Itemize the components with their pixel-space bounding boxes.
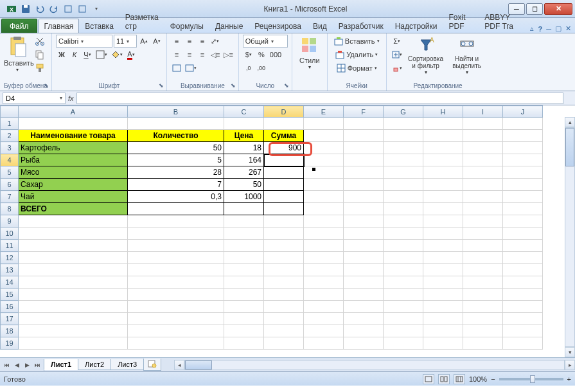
- cell[interactable]: [224, 240, 264, 252]
- cell[interactable]: [384, 179, 423, 191]
- cell[interactable]: [224, 252, 264, 264]
- cell[interactable]: 50: [128, 142, 224, 154]
- cell[interactable]: [304, 191, 344, 203]
- spreadsheet-grid[interactable]: ABCDEFGHIJ12Наименование товараКоличеств…: [0, 105, 543, 350]
- zoom-slider[interactable]: [499, 378, 563, 380]
- new-sheet-icon[interactable]: [143, 359, 161, 371]
- column-header[interactable]: F: [344, 106, 384, 118]
- cell[interactable]: [19, 264, 128, 276]
- row-header[interactable]: 11: [1, 240, 19, 252]
- cell[interactable]: [503, 154, 543, 166]
- cell[interactable]: [128, 203, 224, 215]
- name-box[interactable]: D4▾: [3, 93, 66, 104]
- insert-cells-button[interactable]: Вставить ▾: [332, 35, 382, 48]
- scroll-left-icon[interactable]: ◂: [174, 360, 184, 370]
- cell[interactable]: [264, 252, 304, 264]
- cell[interactable]: [384, 118, 423, 130]
- cell[interactable]: [344, 166, 384, 179]
- cell[interactable]: [384, 166, 423, 179]
- cell[interactable]: [304, 252, 344, 264]
- cell[interactable]: [384, 215, 423, 227]
- cell[interactable]: [503, 227, 543, 240]
- cell[interactable]: [463, 252, 503, 264]
- cell[interactable]: [224, 203, 264, 215]
- cell[interactable]: [384, 203, 423, 215]
- number-format-combo[interactable]: Общий▾: [243, 35, 288, 48]
- cell[interactable]: 5: [128, 154, 224, 166]
- cell[interactable]: [304, 166, 344, 179]
- qat-btn[interactable]: [62, 3, 75, 15]
- cell[interactable]: [423, 130, 463, 142]
- cell[interactable]: Сумма: [264, 130, 304, 142]
- column-header[interactable]: C: [224, 106, 264, 118]
- cell[interactable]: [304, 276, 344, 289]
- tab-view[interactable]: Вид: [307, 19, 333, 33]
- prev-sheet-icon[interactable]: ◀: [12, 359, 22, 371]
- cell[interactable]: [224, 264, 264, 276]
- cell[interactable]: [224, 227, 264, 240]
- cell[interactable]: [344, 142, 384, 154]
- cell[interactable]: [423, 301, 463, 313]
- cell[interactable]: [304, 179, 344, 191]
- delete-cells-button[interactable]: Удалить ▾: [332, 48, 382, 61]
- row-header[interactable]: 1: [1, 118, 19, 130]
- cell[interactable]: [384, 154, 423, 166]
- cell[interactable]: [344, 130, 384, 142]
- row-header[interactable]: 13: [1, 264, 19, 276]
- row-header[interactable]: 17: [1, 313, 19, 325]
- cell[interactable]: [304, 154, 344, 166]
- cell[interactable]: [503, 179, 543, 191]
- horizontal-scrollbar[interactable]: ◂ ▸: [174, 360, 575, 370]
- cell[interactable]: [128, 337, 224, 350]
- normal-view-icon[interactable]: [423, 374, 434, 384]
- cell[interactable]: [423, 264, 463, 276]
- percent-icon[interactable]: %: [256, 48, 267, 61]
- doc-restore-icon[interactable]: ▢: [555, 24, 562, 33]
- row-header[interactable]: 15: [1, 289, 19, 301]
- cell[interactable]: [224, 313, 264, 325]
- italic-button[interactable]: К: [69, 48, 80, 61]
- cell[interactable]: [503, 166, 543, 179]
- cell[interactable]: [423, 179, 463, 191]
- cell[interactable]: [128, 325, 224, 337]
- cell[interactable]: [384, 337, 423, 350]
- format-cells-button[interactable]: Формат ▾: [332, 62, 382, 75]
- cell[interactable]: [423, 142, 463, 154]
- cell[interactable]: [503, 289, 543, 301]
- cell[interactable]: [19, 325, 128, 337]
- sheet-tab[interactable]: Лист1: [44, 359, 78, 370]
- cell[interactable]: [264, 118, 304, 130]
- row-header[interactable]: 8: [1, 203, 19, 215]
- tab-review[interactable]: Рецензирова: [249, 19, 307, 33]
- tab-addins[interactable]: Надстройки: [389, 19, 443, 33]
- tab-pagelayout[interactable]: Разметка стр: [119, 10, 164, 33]
- close-button[interactable]: ✕: [544, 3, 572, 15]
- cell[interactable]: [304, 325, 344, 337]
- font-size-combo[interactable]: 11▾: [114, 35, 137, 48]
- launcher-icon[interactable]: ⬊: [42, 82, 50, 89]
- cell[interactable]: [344, 118, 384, 130]
- cell[interactable]: [304, 227, 344, 240]
- file-tab[interactable]: Файл: [1, 19, 37, 33]
- cell[interactable]: [224, 276, 264, 289]
- tab-formulas[interactable]: Формулы: [164, 19, 209, 33]
- copy-icon[interactable]: [33, 48, 46, 61]
- cell[interactable]: [423, 252, 463, 264]
- page-break-view-icon[interactable]: [454, 374, 465, 384]
- cell[interactable]: [224, 215, 264, 227]
- scroll-right-icon[interactable]: ▸: [565, 360, 575, 370]
- cell[interactable]: [423, 313, 463, 325]
- shrink-font-icon[interactable]: A▾: [151, 35, 163, 48]
- cell[interactable]: [264, 179, 304, 191]
- column-header[interactable]: G: [384, 106, 423, 118]
- cell[interactable]: [463, 166, 503, 179]
- scroll-up-icon[interactable]: ▴: [565, 117, 575, 127]
- tab-insert[interactable]: Вставка: [79, 19, 119, 33]
- cell[interactable]: [423, 289, 463, 301]
- cell[interactable]: [264, 227, 304, 240]
- row-header[interactable]: 19: [1, 337, 19, 350]
- select-all-corner[interactable]: [1, 106, 19, 118]
- cell[interactable]: [463, 301, 503, 313]
- cell[interactable]: [384, 252, 423, 264]
- cell[interactable]: [503, 252, 543, 264]
